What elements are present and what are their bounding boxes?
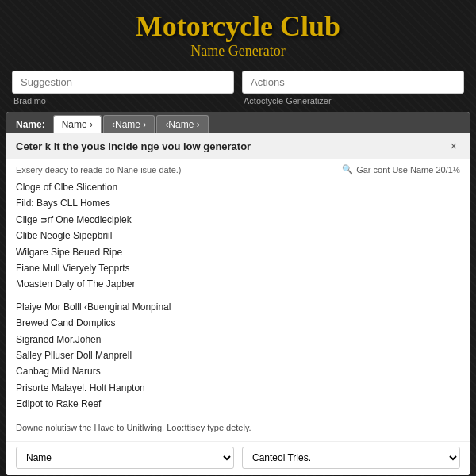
page-subtitle: Name Generator: [0, 43, 476, 60]
list-item: Salley Plluser Doll Manprell: [16, 347, 460, 363]
dialog-info: Exsery deacy to reade do Nane isue date.…: [16, 165, 182, 175]
list-item: Fild: Bays CLL Homes: [16, 195, 460, 211]
dialog-title: Ceter k it the yous incide nge vou low g…: [16, 140, 251, 152]
list-item: Fiane Mull Vieryely Tepprts: [16, 260, 460, 276]
tab-0[interactable]: Name ›: [53, 115, 102, 133]
close-button[interactable]: ×: [447, 140, 460, 152]
dropdown-group-1: Name: [16, 447, 234, 469]
name-group-0: Cloge of Clbe Slicention Fild: Bays CLL …: [16, 179, 460, 293]
suggestion-input[interactable]: [12, 71, 234, 94]
dialog-info-row: Exsery deacy to reade do Nane isue date.…: [16, 164, 460, 175]
list-item: Edipot to Rake Reef: [16, 396, 460, 412]
dropdown-group-2: Canteol Tries.: [242, 447, 460, 469]
dialog-search-hint: 🔍 Gar cont Use Name 20/1⅛: [342, 164, 460, 175]
list-item: Canbag Miid Narurs: [16, 363, 460, 379]
tab-2[interactable]: ‹Name ›: [156, 115, 208, 133]
main-container: Name: Name › ‹Name › ‹Name › Ceter k it …: [6, 112, 470, 475]
suggestion-group: Bradimo: [12, 71, 234, 106]
list-item: Prisorte Malayel. Holt Hanpton: [16, 380, 460, 396]
list-item: Plaiye Mor Bolll ‹Buenginal Monpinal: [16, 299, 460, 315]
name-group-1: Plaiye Mor Bolll ‹Buenginal Monpinal Bre…: [16, 299, 460, 413]
list-item: Cloge of Clbe Slicention: [16, 179, 460, 195]
list-item: Wilgare Sipe Beued Ripe: [16, 244, 460, 260]
suggestion-label: Bradimo: [12, 96, 234, 106]
list-item: Clibe Neogle Sipepbriil: [16, 228, 460, 244]
list-item: Brewed Cand Domplics: [16, 315, 460, 331]
dropdowns: Name Canteol Tries.: [6, 441, 470, 475]
bottom-info: Downe nolutisw the Have to Unitlwing. Lo…: [16, 418, 460, 436]
dropdown-1[interactable]: Name: [16, 447, 234, 469]
search-icon: 🔍: [342, 164, 353, 175]
actions-input[interactable]: [242, 71, 464, 94]
dialog-header: Ceter k it the yous incide nge vou low g…: [6, 133, 470, 159]
actions-label: Actoctycle Generatizer: [242, 96, 464, 106]
tabs-bar: Name: Name › ‹Name › ‹Name ›: [6, 112, 470, 133]
search-bar: Bradimo Actoctycle Generatizer: [0, 64, 476, 112]
dialog-body: Exsery deacy to reade do Nane isue date.…: [6, 159, 470, 441]
list-item: Moasten Daly of The Japber: [16, 276, 460, 292]
tabs-label: Name:: [10, 116, 52, 133]
page-title: Motorcycle Club: [0, 10, 476, 43]
tab-1[interactable]: ‹Name ›: [103, 115, 155, 133]
page-header: Motorcycle Club Name Generator: [0, 0, 476, 64]
name-list: Cloge of Clbe Slicention Fild: Bays CLL …: [16, 179, 460, 412]
search-hint-text: Gar cont Use Name 20/1⅛: [356, 165, 460, 175]
list-item: Sigraned Mor.Johen: [16, 332, 460, 347]
actions-group: Actoctycle Generatizer: [242, 71, 464, 106]
dropdown-2[interactable]: Canteol Tries.: [242, 447, 460, 469]
list-item: Clige ᴝrf One Mecdleciplek: [16, 212, 460, 228]
